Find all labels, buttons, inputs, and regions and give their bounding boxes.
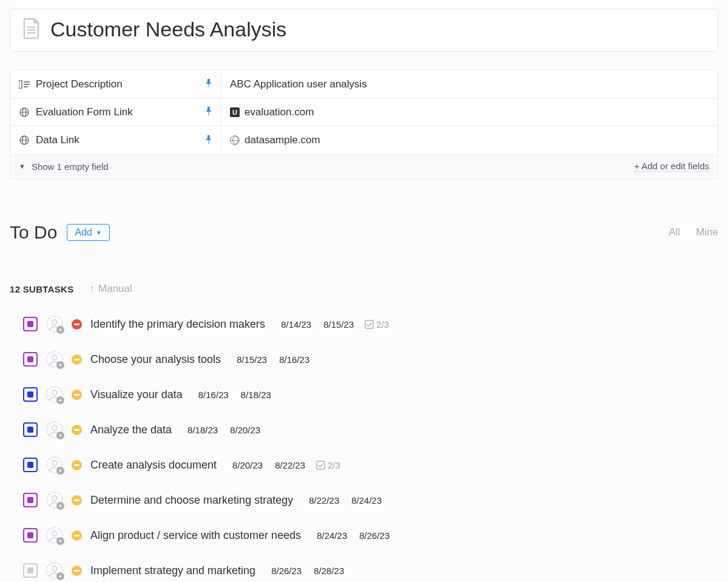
task-row: +Create analysis document8/20/238/22/232…	[23, 456, 718, 473]
favicon-icon: U	[230, 107, 240, 117]
assignee-avatar[interactable]: +	[46, 562, 63, 579]
assignee-avatar[interactable]: +	[46, 492, 63, 509]
svg-point-14	[52, 320, 57, 325]
task-title[interactable]: Create analysis document	[90, 459, 217, 472]
due-date: 8/22/23	[275, 460, 305, 470]
todo-filters: All Mine	[669, 226, 718, 239]
task-row: +Implement strategy and marketing8/26/23…	[23, 562, 718, 579]
chevron-down-icon: ▼	[96, 229, 102, 236]
field-label-data-link[interactable]: Data Link	[10, 128, 221, 152]
svg-point-26	[52, 496, 57, 501]
priority-badge[interactable]	[72, 530, 82, 541]
assignee-avatar[interactable]: +	[46, 527, 63, 544]
priority-badge[interactable]	[72, 390, 82, 400]
globe-icon	[19, 107, 30, 117]
priority-badge[interactable]	[72, 566, 82, 576]
start-date: 8/16/23	[198, 390, 229, 400]
field-label-project-description[interactable]: Project Description	[10, 72, 221, 96]
sort-toggle[interactable]: ↑ Manual	[90, 283, 132, 295]
svg-point-23	[52, 461, 57, 465]
page-title-card: Customer Needs Analysis	[10, 8, 718, 52]
assignee-avatar[interactable]: +	[46, 316, 63, 333]
custom-fields-table: Project Description ABC Application user…	[10, 70, 718, 155]
assignee-avatar[interactable]: +	[46, 421, 63, 438]
priority-badge[interactable]	[72, 460, 82, 470]
text-field-icon	[19, 80, 30, 89]
page-title[interactable]: Customer Needs Analysis	[50, 18, 286, 41]
task-title[interactable]: Choose your analysis tools	[90, 353, 221, 366]
start-date: 8/20/23	[232, 460, 263, 470]
status-box[interactable]	[23, 493, 38, 507]
show-empty-fields-toggle[interactable]: ▼ Show 1 empty field	[19, 161, 109, 172]
task-dates[interactable]: 8/24/238/26/23	[317, 530, 389, 541]
plus-icon: +	[56, 396, 64, 404]
task-dates[interactable]: 8/15/238/16/23	[237, 354, 309, 365]
todo-heading: To Do	[10, 222, 57, 243]
assignee-avatar[interactable]: +	[46, 351, 63, 368]
pin-icon[interactable]	[205, 135, 212, 146]
field-value[interactable]: datasample.com	[221, 128, 718, 152]
globe-icon	[19, 135, 30, 145]
due-date: 8/24/23	[351, 495, 382, 506]
checklist-progress[interactable]: 2/3	[316, 460, 340, 470]
filter-all[interactable]: All	[669, 226, 680, 239]
task-title[interactable]: Analyze the data	[90, 424, 172, 436]
field-row: Project Description ABC Application user…	[10, 70, 718, 98]
task-title[interactable]: Visualize your data	[90, 388, 183, 401]
task-dates[interactable]: 8/26/238/28/23	[271, 566, 344, 576]
task-row: +Identify the primary decision makers8/1…	[23, 316, 718, 333]
task-dates[interactable]: 8/14/238/15/23	[281, 319, 354, 330]
todo-header: To Do Add ▼ All Mine	[10, 222, 718, 243]
due-date: 8/20/23	[230, 425, 260, 435]
plus-icon: +	[56, 361, 64, 369]
task-dates[interactable]: 8/16/238/18/23	[198, 390, 271, 400]
assignee-avatar[interactable]: +	[46, 386, 63, 403]
task-dates[interactable]: 8/22/238/24/23	[309, 495, 382, 506]
priority-badge[interactable]	[72, 354, 82, 365]
task-title[interactable]: Align product / service with customer ne…	[90, 529, 301, 542]
filter-mine[interactable]: Mine	[696, 226, 718, 239]
assignee-avatar[interactable]: +	[46, 456, 63, 473]
task-dates[interactable]: 8/20/238/22/23	[232, 460, 305, 470]
status-box[interactable]	[23, 317, 38, 331]
svg-rect-15	[365, 320, 373, 328]
pin-icon[interactable]	[205, 107, 212, 117]
chevron-down-icon: ▼	[19, 163, 25, 170]
subtasks-count: 12 SUBTASKS	[10, 284, 74, 294]
favicon-icon	[230, 135, 240, 145]
status-box[interactable]	[23, 352, 38, 367]
plus-icon: +	[56, 326, 64, 334]
task-title[interactable]: Identify the primary decision makers	[90, 318, 265, 331]
field-label-evaluation-link[interactable]: Evaluation Form Link	[10, 100, 221, 124]
subtasks-meta: 12 SUBTASKS ↑ Manual	[10, 283, 718, 295]
start-date: 8/26/23	[271, 566, 302, 576]
subtasks-list: +Identify the primary decision makers8/1…	[10, 316, 718, 579]
task-title[interactable]: Determine and choose marketing strategy	[90, 494, 293, 507]
pin-icon[interactable]	[205, 79, 212, 89]
task-dates[interactable]: 8/18/238/20/23	[187, 425, 260, 435]
priority-badge[interactable]	[72, 495, 82, 506]
priority-badge[interactable]	[72, 319, 82, 330]
checklist-progress[interactable]: 2/3	[365, 319, 389, 330]
status-box[interactable]	[23, 387, 38, 402]
plus-icon: +	[56, 537, 64, 545]
plus-icon: +	[56, 572, 64, 580]
status-box[interactable]	[23, 563, 38, 578]
plus-icon: +	[56, 502, 64, 510]
status-box[interactable]	[23, 458, 38, 472]
task-title[interactable]: Implement strategy and marketing	[90, 564, 255, 577]
due-date: 8/16/23	[279, 354, 309, 365]
svg-point-19	[52, 390, 57, 395]
task-row: +Align product / service with customer n…	[23, 527, 718, 544]
priority-badge[interactable]	[72, 425, 82, 435]
field-value[interactable]: ABC Application user analysis	[221, 72, 718, 96]
start-date: 8/24/23	[317, 530, 347, 541]
task-row: +Analyze the data8/18/238/20/23	[23, 421, 718, 438]
add-edit-fields-link[interactable]: + Add or edit fields	[634, 161, 709, 172]
start-date: 8/15/23	[237, 354, 267, 365]
status-box[interactable]	[23, 422, 38, 437]
task-row: +Determine and choose marketing strategy…	[23, 492, 718, 509]
add-button[interactable]: Add ▼	[67, 224, 109, 241]
status-box[interactable]	[23, 528, 38, 543]
field-value[interactable]: U evaluation.com	[221, 100, 718, 124]
